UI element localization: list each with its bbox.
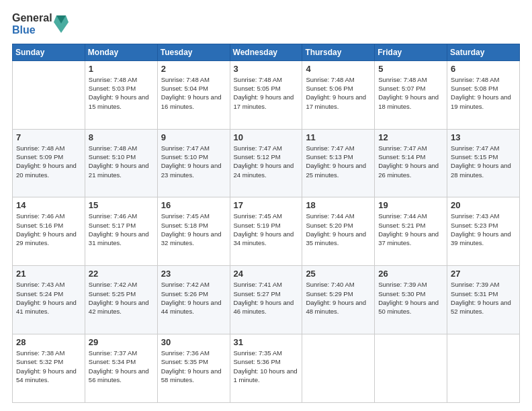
day-number: 2	[161, 64, 226, 74]
day-number: 6	[451, 64, 516, 74]
calendar-cell: 7Sunrise: 7:48 AMSunset: 5:09 PMDaylight…	[13, 129, 85, 197]
day-number: 29	[89, 337, 154, 347]
calendar-cell: 23Sunrise: 7:42 AMSunset: 5:26 PMDayligh…	[157, 266, 230, 334]
day-number: 1	[89, 64, 154, 74]
week-row-5: 28Sunrise: 7:38 AMSunset: 5:32 PMDayligh…	[13, 334, 520, 403]
day-content: Sunrise: 7:48 AMSunset: 5:08 PMDaylight:…	[451, 75, 516, 111]
day-content: Sunrise: 7:40 AMSunset: 5:29 PMDaylight:…	[306, 280, 371, 316]
day-number: 5	[378, 64, 443, 74]
day-number: 21	[16, 269, 81, 279]
day-number: 31	[234, 337, 299, 347]
day-content: Sunrise: 7:48 AMSunset: 5:05 PMDaylight:…	[234, 75, 299, 111]
calendar-cell: 9Sunrise: 7:47 AMSunset: 5:10 PMDaylight…	[157, 129, 230, 197]
calendar-cell: 2Sunrise: 7:48 AMSunset: 5:04 PMDaylight…	[157, 60, 230, 129]
calendar-cell: 8Sunrise: 7:48 AMSunset: 5:10 PMDaylight…	[85, 129, 157, 197]
day-content: Sunrise: 7:47 AMSunset: 5:12 PMDaylight:…	[234, 144, 299, 179]
calendar-cell	[302, 334, 375, 403]
calendar-cell: 10Sunrise: 7:47 AMSunset: 5:12 PMDayligh…	[230, 129, 302, 197]
calendar-cell: 3Sunrise: 7:48 AMSunset: 5:05 PMDaylight…	[230, 60, 302, 129]
calendar-cell: 20Sunrise: 7:43 AMSunset: 5:23 PMDayligh…	[447, 197, 520, 266]
day-number: 10	[234, 132, 299, 142]
day-number: 14	[16, 200, 81, 210]
calendar-cell: 4Sunrise: 7:48 AMSunset: 5:06 PMDaylight…	[302, 60, 375, 129]
calendar-cell: 30Sunrise: 7:36 AMSunset: 5:35 PMDayligh…	[157, 334, 230, 403]
calendar-cell: 28Sunrise: 7:38 AMSunset: 5:32 PMDayligh…	[13, 334, 85, 403]
day-number: 23	[161, 269, 226, 279]
week-row-2: 7Sunrise: 7:48 AMSunset: 5:09 PMDaylight…	[13, 129, 520, 197]
week-row-4: 21Sunrise: 7:43 AMSunset: 5:24 PMDayligh…	[13, 266, 520, 334]
day-number: 28	[16, 337, 81, 347]
calendar-cell: 5Sunrise: 7:48 AMSunset: 5:07 PMDaylight…	[375, 60, 447, 129]
calendar-cell: 16Sunrise: 7:45 AMSunset: 5:18 PMDayligh…	[157, 197, 230, 266]
page-header: General Blue	[12, 12, 520, 37]
day-content: Sunrise: 7:48 AMSunset: 5:04 PMDaylight:…	[161, 75, 226, 111]
day-number: 17	[234, 200, 299, 210]
calendar-cell	[375, 334, 447, 403]
day-content: Sunrise: 7:46 AMSunset: 5:17 PMDaylight:…	[89, 212, 154, 247]
week-row-3: 14Sunrise: 7:46 AMSunset: 5:16 PMDayligh…	[13, 197, 520, 266]
day-content: Sunrise: 7:48 AMSunset: 5:06 PMDaylight:…	[306, 75, 371, 111]
day-content: Sunrise: 7:37 AMSunset: 5:34 PMDaylight:…	[89, 349, 154, 384]
day-content: Sunrise: 7:47 AMSunset: 5:14 PMDaylight:…	[378, 144, 443, 179]
day-content: Sunrise: 7:39 AMSunset: 5:30 PMDaylight:…	[378, 280, 443, 316]
day-number: 15	[89, 200, 154, 210]
calendar-cell: 12Sunrise: 7:47 AMSunset: 5:14 PMDayligh…	[375, 129, 447, 197]
day-content: Sunrise: 7:43 AMSunset: 5:24 PMDaylight:…	[16, 280, 81, 316]
day-content: Sunrise: 7:47 AMSunset: 5:10 PMDaylight:…	[161, 144, 226, 179]
weekday-header-saturday: Saturday	[447, 44, 520, 60]
calendar-cell: 24Sunrise: 7:41 AMSunset: 5:27 PMDayligh…	[230, 266, 302, 334]
calendar-cell: 1Sunrise: 7:48 AMSunset: 5:03 PMDaylight…	[85, 60, 157, 129]
logo-blue: Blue	[12, 24, 36, 36]
day-number: 24	[234, 269, 299, 279]
day-content: Sunrise: 7:45 AMSunset: 5:19 PMDaylight:…	[234, 212, 299, 247]
calendar-cell: 29Sunrise: 7:37 AMSunset: 5:34 PMDayligh…	[85, 334, 157, 403]
day-number: 3	[234, 64, 299, 74]
calendar-cell	[447, 334, 520, 403]
day-content: Sunrise: 7:45 AMSunset: 5:18 PMDaylight:…	[161, 212, 226, 247]
day-content: Sunrise: 7:41 AMSunset: 5:27 PMDaylight:…	[234, 280, 299, 316]
day-content: Sunrise: 7:44 AMSunset: 5:21 PMDaylight:…	[378, 212, 443, 247]
calendar-cell: 17Sunrise: 7:45 AMSunset: 5:19 PMDayligh…	[230, 197, 302, 266]
day-content: Sunrise: 7:35 AMSunset: 5:36 PMDaylight:…	[234, 349, 299, 384]
day-content: Sunrise: 7:42 AMSunset: 5:25 PMDaylight:…	[89, 280, 154, 316]
weekday-header-wednesday: Wednesday	[230, 44, 302, 60]
calendar-cell: 14Sunrise: 7:46 AMSunset: 5:16 PMDayligh…	[13, 197, 85, 266]
day-number: 4	[306, 64, 371, 74]
day-content: Sunrise: 7:47 AMSunset: 5:13 PMDaylight:…	[306, 144, 371, 179]
calendar-cell: 15Sunrise: 7:46 AMSunset: 5:17 PMDayligh…	[85, 197, 157, 266]
day-number: 19	[378, 200, 443, 210]
day-content: Sunrise: 7:39 AMSunset: 5:31 PMDaylight:…	[451, 280, 516, 316]
day-number: 20	[451, 200, 516, 210]
calendar-cell: 11Sunrise: 7:47 AMSunset: 5:13 PMDayligh…	[302, 129, 375, 197]
day-content: Sunrise: 7:46 AMSunset: 5:16 PMDaylight:…	[16, 212, 81, 247]
day-content: Sunrise: 7:48 AMSunset: 5:10 PMDaylight:…	[89, 144, 154, 179]
day-number: 30	[161, 337, 226, 347]
logo-general: General	[12, 12, 52, 24]
day-content: Sunrise: 7:47 AMSunset: 5:15 PMDaylight:…	[451, 144, 516, 179]
calendar-cell: 13Sunrise: 7:47 AMSunset: 5:15 PMDayligh…	[447, 129, 520, 197]
week-row-1: 1Sunrise: 7:48 AMSunset: 5:03 PMDaylight…	[13, 60, 520, 129]
day-number: 12	[378, 132, 443, 142]
day-content: Sunrise: 7:44 AMSunset: 5:20 PMDaylight:…	[306, 212, 371, 247]
day-number: 8	[89, 132, 154, 142]
weekday-header-row: SundayMondayTuesdayWednesdayThursdayFrid…	[13, 44, 520, 60]
day-content: Sunrise: 7:48 AMSunset: 5:09 PMDaylight:…	[16, 144, 81, 179]
calendar-cell: 25Sunrise: 7:40 AMSunset: 5:29 PMDayligh…	[302, 266, 375, 334]
calendar-cell: 27Sunrise: 7:39 AMSunset: 5:31 PMDayligh…	[447, 266, 520, 334]
calendar-cell: 22Sunrise: 7:42 AMSunset: 5:25 PMDayligh…	[85, 266, 157, 334]
day-number: 26	[378, 269, 443, 279]
day-number: 11	[306, 132, 371, 142]
day-number: 7	[16, 132, 81, 142]
day-content: Sunrise: 7:42 AMSunset: 5:26 PMDaylight:…	[161, 280, 226, 316]
day-number: 13	[451, 132, 516, 142]
day-content: Sunrise: 7:48 AMSunset: 5:03 PMDaylight:…	[89, 75, 154, 111]
day-content: Sunrise: 7:38 AMSunset: 5:32 PMDaylight:…	[16, 349, 81, 384]
day-content: Sunrise: 7:43 AMSunset: 5:23 PMDaylight:…	[451, 212, 516, 247]
calendar-cell: 31Sunrise: 7:35 AMSunset: 5:36 PMDayligh…	[230, 334, 302, 403]
weekday-header-tuesday: Tuesday	[157, 44, 230, 60]
calendar-cell: 19Sunrise: 7:44 AMSunset: 5:21 PMDayligh…	[375, 197, 447, 266]
day-number: 25	[306, 269, 371, 279]
logo: General Blue	[12, 12, 69, 37]
weekday-header-thursday: Thursday	[302, 44, 375, 60]
day-content: Sunrise: 7:36 AMSunset: 5:35 PMDaylight:…	[161, 349, 226, 384]
